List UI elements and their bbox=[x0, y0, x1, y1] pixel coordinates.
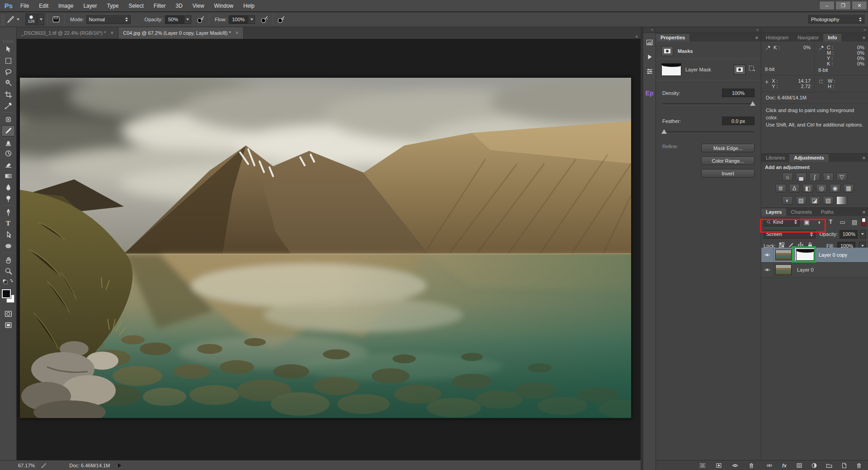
tab-channels[interactable]: Channels bbox=[786, 208, 816, 216]
flow-caret[interactable] bbox=[248, 15, 255, 24]
collapsed-character-panel-icon[interactable] bbox=[645, 66, 655, 76]
collapsed-histogram-panel-icon[interactable] bbox=[645, 38, 655, 47]
doc-size-readout[interactable]: Doc: 6.46M/14.1M bbox=[69, 463, 110, 468]
density-value[interactable]: 100% bbox=[722, 89, 755, 97]
adjustment-color-lookup-icon[interactable]: ▦ bbox=[843, 184, 854, 193]
status-arrow-icon[interactable] bbox=[118, 463, 121, 468]
info-panel-menu-icon[interactable]: ≡ bbox=[860, 35, 868, 42]
pen-tool[interactable] bbox=[1, 207, 15, 218]
invert-button[interactable]: Invert bbox=[701, 169, 755, 178]
quick-mask-button[interactable] bbox=[1, 308, 15, 320]
adjustment-exposure-icon[interactable]: ± bbox=[823, 173, 834, 181]
menu-select[interactable]: Select bbox=[123, 0, 148, 12]
tablet-pressure-size-icon[interactable] bbox=[276, 15, 286, 24]
menu-type[interactable]: Type bbox=[102, 0, 123, 12]
adjustment-channel-mixer-icon[interactable]: ◉ bbox=[830, 184, 840, 193]
zoom-level[interactable]: 67.17% bbox=[18, 463, 35, 468]
layer-opacity-value[interactable]: 100% bbox=[840, 230, 858, 239]
flow-value[interactable]: 100% bbox=[229, 15, 248, 24]
disable-mask-button[interactable] bbox=[730, 461, 741, 470]
document-tab-1[interactable]: _DSC8633_1.tif @ 22.4% (RGB/16*) * × bbox=[17, 27, 118, 39]
strip-collapse-icon[interactable]: » bbox=[643, 27, 656, 33]
ellipse-tool[interactable] bbox=[1, 240, 15, 252]
layer-name[interactable]: Layer 0 copy bbox=[819, 252, 847, 258]
tablet-pressure-opacity-icon[interactable] bbox=[196, 15, 206, 24]
load-selection-from-mask-button[interactable] bbox=[697, 461, 708, 470]
link-layers-button[interactable] bbox=[764, 461, 775, 470]
opacity-caret[interactable] bbox=[184, 15, 191, 24]
foreground-background-swatches[interactable] bbox=[1, 286, 15, 306]
workspace-select[interactable]: Photography bbox=[808, 15, 864, 24]
properties-mask-thumbnail[interactable] bbox=[661, 63, 681, 76]
new-adjustment-layer-button[interactable] bbox=[809, 461, 820, 470]
adjustment-black-white-icon[interactable]: ◧ bbox=[802, 184, 813, 193]
brush-tool[interactable] bbox=[1, 125, 15, 136]
blend-mode-select[interactable]: Normal bbox=[86, 15, 131, 24]
clone-stamp-tool[interactable] bbox=[1, 136, 15, 148]
history-brush-tool[interactable] bbox=[1, 148, 15, 159]
tab-libraries[interactable]: Libraries bbox=[761, 154, 789, 162]
filter-smart-objects-icon[interactable]: ▤ bbox=[849, 218, 859, 226]
layer-visibility-toggle[interactable] bbox=[761, 248, 774, 263]
adjustment-color-balance-icon[interactable]: Δ bbox=[789, 184, 800, 193]
menu-window[interactable]: Window bbox=[209, 0, 239, 12]
add-vector-mask-button[interactable] bbox=[748, 65, 755, 74]
menu-3d[interactable]: 3D bbox=[170, 0, 187, 12]
menu-image[interactable]: Image bbox=[53, 0, 78, 12]
tab-adjustments[interactable]: Adjustments bbox=[789, 154, 829, 162]
default-colors-icon[interactable] bbox=[1, 278, 15, 285]
collapsed-actions-panel-icon[interactable] bbox=[645, 52, 655, 62]
delete-mask-button[interactable] bbox=[746, 461, 757, 470]
restore-button[interactable]: ❐ bbox=[835, 1, 851, 10]
brush-picker-caret[interactable] bbox=[38, 14, 44, 25]
toggle-brush-panel-icon[interactable] bbox=[51, 15, 61, 24]
zoom-tool[interactable] bbox=[1, 265, 15, 277]
layer-filter-toggle-switch[interactable] bbox=[862, 218, 866, 226]
quick-selection-tool[interactable] bbox=[1, 78, 15, 89]
options-grip[interactable] bbox=[1, 14, 5, 25]
photo-document[interactable] bbox=[20, 78, 631, 418]
eyedropper-readout-icon-2[interactable] bbox=[818, 45, 824, 66]
hand-tool[interactable] bbox=[1, 254, 15, 265]
properties-panel-menu-icon[interactable]: ≡ bbox=[753, 35, 761, 42]
menu-file[interactable]: File bbox=[15, 0, 34, 12]
close-button[interactable]: ✕ bbox=[852, 1, 867, 10]
tab-histogram[interactable]: Histogram bbox=[761, 34, 793, 42]
menu-filter[interactable]: Filter bbox=[149, 0, 171, 12]
tab2-close-icon[interactable]: × bbox=[236, 30, 239, 36]
tab-paths[interactable]: Paths bbox=[816, 208, 838, 216]
info-collapse-icon[interactable]: » bbox=[761, 27, 868, 33]
adjustment-hue-saturation-icon[interactable]: ≣ bbox=[775, 184, 786, 193]
menu-layer[interactable]: Layer bbox=[78, 0, 102, 12]
delete-layer-button[interactable] bbox=[854, 461, 864, 470]
rectangular-marquee-tool[interactable] bbox=[1, 55, 15, 66]
color-range-button[interactable]: Color Range... bbox=[701, 156, 755, 165]
new-layer-button[interactable] bbox=[839, 461, 849, 470]
blur-tool[interactable] bbox=[1, 182, 15, 193]
layers-panel-menu-icon[interactable]: ≡ bbox=[860, 210, 868, 216]
eyedropper-readout-icon[interactable] bbox=[765, 45, 771, 53]
minimize-button[interactable]: – bbox=[819, 1, 835, 10]
tool-preset-caret-icon[interactable] bbox=[17, 19, 19, 20]
layer-name[interactable]: Layer 0 bbox=[797, 267, 814, 273]
menu-help[interactable]: Help bbox=[238, 0, 259, 12]
panel-collapse-chevron-icon[interactable]: » bbox=[635, 34, 641, 39]
select-pixel-mask-button[interactable] bbox=[734, 65, 745, 75]
add-layer-mask-button[interactable] bbox=[794, 461, 805, 470]
crop-tool[interactable] bbox=[1, 89, 15, 100]
layer-thumbnail[interactable] bbox=[775, 264, 792, 275]
layer-style-button[interactable]: fx bbox=[779, 461, 790, 470]
menu-edit[interactable]: Edit bbox=[34, 0, 53, 12]
adjustment-selective-color-icon[interactable]: ▧ bbox=[823, 196, 834, 205]
tab-layers[interactable]: Layers bbox=[761, 208, 786, 216]
eyedropper-tool[interactable] bbox=[1, 100, 15, 112]
adjustment-photo-filter-icon[interactable]: ◎ bbox=[816, 184, 827, 193]
layer-row-layer-0[interactable]: Layer 0 bbox=[761, 263, 868, 277]
filter-type-layers-icon[interactable]: T bbox=[826, 218, 835, 226]
menu-view[interactable]: View bbox=[188, 0, 209, 12]
layer-visibility-toggle[interactable] bbox=[761, 263, 774, 277]
opacity-value[interactable]: 50% bbox=[165, 15, 184, 24]
tab1-close-icon[interactable]: × bbox=[110, 30, 113, 36]
layer-thumbnail[interactable] bbox=[775, 249, 792, 260]
tab-properties[interactable]: Properties bbox=[656, 34, 689, 42]
